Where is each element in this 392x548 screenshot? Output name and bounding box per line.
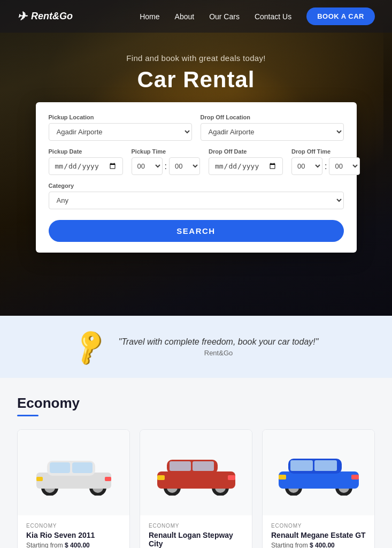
dropoff-location-select[interactable]: Agadir Airporte — [201, 123, 344, 141]
car-image-3 — [263, 430, 374, 515]
svg-rect-17 — [193, 461, 214, 471]
nav-home[interactable]: Home — [140, 12, 159, 21]
pickup-date-field: Pickup Date — [49, 148, 123, 175]
svg-rect-27 — [314, 460, 337, 471]
search-button[interactable]: SEARCH — [49, 220, 344, 242]
search-box: Pickup Location Agadir Airporte Drop Off… — [36, 102, 357, 253]
car-image-2 — [140, 430, 252, 515]
nav-contact[interactable]: Contact Us — [255, 12, 291, 21]
car-price-1: Starting from $ 400.00 — [26, 542, 121, 548]
hero-tagline: Find and book with great deals today! — [126, 54, 265, 63]
car-name-2: Renault Logan Stepway City — [149, 531, 243, 548]
book-car-button[interactable]: BOOK A CAR — [306, 7, 375, 25]
section-underline — [17, 415, 39, 416]
promo-brand: Rent&Go — [119, 349, 319, 357]
car-name-1: Kia Rio Seven 2011 — [26, 531, 121, 539]
pickup-time-label: Pickup Time — [132, 148, 200, 155]
nav-our-cars[interactable]: Our Cars — [209, 12, 240, 21]
dropoff-time-group: 00 : 00 — [291, 157, 360, 175]
pickup-location-label: Pickup Location — [49, 114, 192, 120]
logo-icon: ✈ — [17, 10, 27, 24]
dropoff-minute-select[interactable]: 00 — [329, 157, 360, 175]
navbar: ✈ Rent&Go Home About Our Cars Contact Us… — [0, 0, 392, 33]
car-card-3: ECONOMY Renault Megane Estate GT Startin… — [262, 429, 375, 548]
dropoff-date-input[interactable] — [209, 157, 283, 175]
time-colon-2: : — [325, 162, 327, 171]
category-label: Category — [49, 182, 344, 189]
dropoff-time-label: Drop Off Time — [291, 148, 360, 155]
datetime-row: Pickup Date Pickup Time 00 : 00 Drop Off… — [49, 148, 344, 175]
car-name-3: Renault Megane Estate GT — [271, 531, 366, 539]
pickup-location-field: Pickup Location Agadir Airporte — [49, 114, 192, 141]
svg-rect-9 — [105, 477, 111, 481]
promo-text: "Travel with complete freedom, book your… — [119, 337, 319, 357]
car-price-prefix-1: Starting from — [26, 542, 63, 548]
dropoff-location-label: Drop Off Location — [201, 114, 344, 120]
economy-section: Economy ECONOM — [0, 378, 392, 548]
car-price-prefix-3: Starting from — [271, 542, 308, 548]
car-info-2: ECONOMY Renault Logan Stepway City Start… — [140, 515, 252, 548]
dropoff-date-label: Drop Off Date — [209, 148, 283, 155]
dropoff-time-field: Drop Off Time 00 : 00 — [291, 148, 360, 175]
svg-rect-18 — [157, 475, 165, 480]
location-row: Pickup Location Agadir Airporte Drop Off… — [49, 114, 344, 141]
car-svg-1 — [28, 450, 119, 496]
car-price-value-1: $ 400.00 — [65, 542, 90, 548]
category-row: Category Any — [49, 182, 344, 209]
car-svg-2 — [151, 450, 242, 496]
svg-rect-8 — [36, 477, 43, 481]
nav-links: Home About Our Cars Contact Us BOOK A CA… — [140, 7, 375, 25]
dropoff-hour-select[interactable]: 00 — [291, 157, 322, 175]
logo-text: Rent&Go — [31, 11, 73, 22]
category-select[interactable]: Any — [49, 192, 344, 209]
car-price-3: Starting from $ 400.00 — [271, 542, 366, 548]
car-card-2: ECONOMY Renault Logan Stepway City Start… — [140, 429, 252, 548]
pickup-date-label: Pickup Date — [49, 148, 123, 155]
svg-rect-6 — [50, 462, 70, 473]
hero-content: Find and book with great deals today! Ca… — [126, 54, 265, 108]
pickup-minute-select[interactable]: 00 — [169, 157, 200, 175]
time-colon-1: : — [165, 162, 167, 171]
pickup-time-group: 00 : 00 — [132, 157, 200, 175]
pickup-hour-select[interactable]: 00 — [132, 157, 163, 175]
svg-rect-16 — [170, 461, 191, 471]
promo-strip: 🔑 "Travel with complete freedom, book yo… — [0, 316, 392, 378]
pickup-date-input[interactable] — [49, 157, 123, 175]
car-grid: ECONOMY Kia Rio Seven 2011 Starting from… — [17, 429, 375, 548]
car-svg-3 — [273, 450, 364, 496]
svg-rect-24 — [279, 471, 359, 489]
svg-rect-19 — [228, 475, 235, 480]
svg-rect-14 — [157, 471, 235, 489]
pickup-location-select[interactable]: Agadir Airporte — [49, 123, 192, 141]
car-category-1: ECONOMY — [26, 523, 121, 529]
car-price-value-3: $ 400.00 — [310, 542, 335, 548]
hero-title: Car Rental — [126, 67, 265, 93]
car-key-icon: 🔑 — [68, 326, 111, 368]
car-image-1 — [18, 430, 129, 515]
car-card-1: ECONOMY Kia Rio Seven 2011 Starting from… — [17, 429, 130, 548]
dropoff-date-field: Drop Off Date — [209, 148, 283, 175]
svg-rect-7 — [72, 462, 93, 473]
pickup-time-field: Pickup Time 00 : 00 — [132, 148, 200, 175]
category-field: Category Any — [49, 182, 344, 209]
svg-rect-29 — [351, 475, 359, 480]
logo[interactable]: ✈ Rent&Go — [17, 10, 73, 24]
car-info-3: ECONOMY Renault Megane Estate GT Startin… — [263, 515, 374, 548]
car-category-2: ECONOMY — [149, 523, 243, 529]
economy-title: Economy — [17, 395, 375, 412]
car-info-1: ECONOMY Kia Rio Seven 2011 Starting from… — [18, 515, 129, 548]
car-category-3: ECONOMY — [271, 523, 366, 529]
promo-quote: "Travel with complete freedom, book your… — [119, 337, 319, 347]
svg-rect-26 — [290, 460, 313, 471]
nav-about[interactable]: About — [175, 12, 195, 21]
hero-section: Find and book with great deals today! Ca… — [0, 0, 392, 316]
svg-rect-28 — [279, 475, 286, 480]
dropoff-location-field: Drop Off Location Agadir Airporte — [201, 114, 344, 141]
